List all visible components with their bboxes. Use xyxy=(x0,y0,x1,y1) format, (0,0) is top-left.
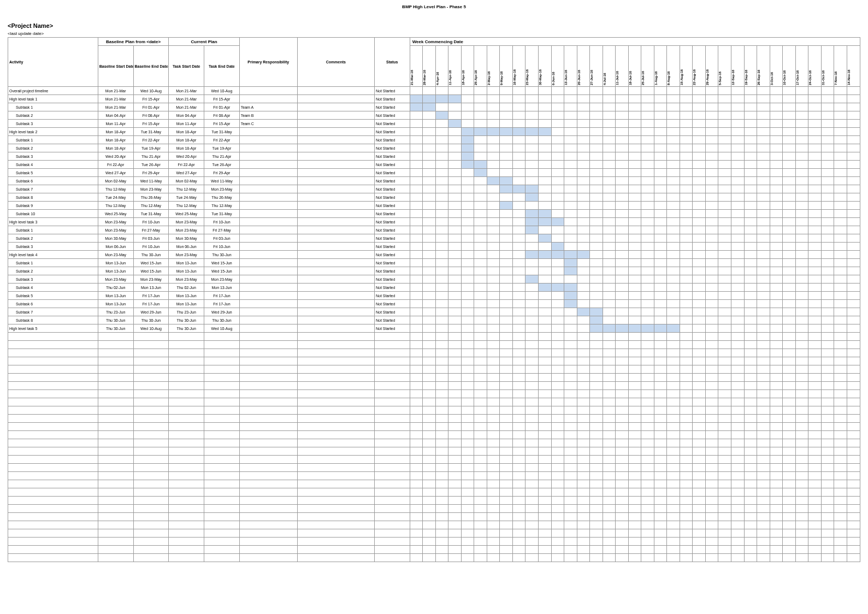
gantt-cell xyxy=(770,87,783,95)
gantt-cell xyxy=(500,120,513,128)
gantt-cell xyxy=(808,193,822,202)
table-row xyxy=(8,505,860,513)
gantt-cell xyxy=(435,513,448,521)
gantt-cell xyxy=(539,177,552,185)
week-header: 11-Jul-16 xyxy=(616,46,629,87)
date-cell: Wed 25-May xyxy=(98,210,133,218)
gantt-cell xyxy=(487,234,500,243)
gantt-cell xyxy=(423,275,436,284)
gantt-bar xyxy=(525,128,538,135)
gantt-cell xyxy=(512,152,525,161)
gantt-cell xyxy=(487,251,500,259)
gantt-cell xyxy=(500,513,513,521)
gantt-cell xyxy=(680,374,693,382)
gantt-cell xyxy=(628,382,641,390)
gantt-cell xyxy=(616,423,629,431)
gantt-cell xyxy=(783,111,796,120)
gantt-cell xyxy=(821,398,834,406)
date-cell xyxy=(169,472,204,480)
gantt-cell xyxy=(693,292,706,300)
week-header: 2-May-16 xyxy=(487,46,500,87)
table-row: High level task 3Mon 23-MayFri 10-JunMon… xyxy=(8,218,860,226)
gantt-cell xyxy=(500,300,513,308)
gantt-cell xyxy=(500,415,513,423)
gantt-cell xyxy=(590,538,603,546)
gantt-cell xyxy=(680,259,693,267)
gantt-bar xyxy=(539,218,551,226)
gantt-bar xyxy=(564,292,577,299)
week-header: 16-May-16 xyxy=(512,46,525,87)
gantt-cell xyxy=(410,259,423,267)
gantt-cell xyxy=(435,284,448,292)
comments-cell xyxy=(297,243,374,251)
gantt-cell xyxy=(603,406,616,415)
gantt-cell xyxy=(564,513,577,521)
gantt-cell xyxy=(423,464,436,472)
gantt-cell xyxy=(693,284,706,292)
gantt-cell xyxy=(834,95,847,103)
gantt-cell xyxy=(474,431,487,439)
gantt-cell xyxy=(834,152,847,161)
gantt-cell xyxy=(667,292,680,300)
gantt-cell xyxy=(423,308,436,316)
gantt-cell xyxy=(795,357,808,365)
gantt-cell xyxy=(744,308,757,316)
gantt-cell xyxy=(616,521,629,529)
table-row: Subtask 10Wed 25-MayTue 31-MayWed 25-May… xyxy=(8,210,860,218)
gantt-cell xyxy=(423,505,436,513)
gantt-cell xyxy=(847,415,860,423)
gantt-cell xyxy=(847,300,860,308)
gantt-cell xyxy=(757,472,770,480)
date-cell xyxy=(133,480,169,488)
gantt-cell xyxy=(577,505,590,513)
date-cell xyxy=(204,349,240,357)
gantt-cell xyxy=(795,202,808,210)
gantt-cell xyxy=(667,300,680,308)
gantt-cell xyxy=(461,275,474,284)
gantt-cell xyxy=(821,349,834,357)
gantt-cell xyxy=(757,423,770,431)
gantt-cell xyxy=(487,87,500,95)
gantt-cell xyxy=(551,103,564,111)
gantt-cell xyxy=(474,275,487,284)
gantt-cell xyxy=(808,300,822,308)
gantt-cell xyxy=(667,374,680,382)
gantt-cell xyxy=(705,546,718,554)
gantt-cell xyxy=(795,300,808,308)
gantt-cell xyxy=(667,349,680,357)
table-row xyxy=(8,546,860,554)
gantt-cell xyxy=(757,218,770,226)
comments-cell xyxy=(297,144,374,152)
gantt-cell xyxy=(577,341,590,349)
gantt-bar xyxy=(500,177,512,185)
date-cell: Tue 24-May xyxy=(169,193,204,202)
gantt-cell xyxy=(512,144,525,152)
date-cell xyxy=(204,390,240,398)
gantt-cell xyxy=(808,488,822,497)
gantt-cell xyxy=(525,480,539,488)
gantt-cell xyxy=(718,275,731,284)
gantt-cell xyxy=(770,554,783,562)
gantt-cell xyxy=(641,374,654,382)
gantt-cell xyxy=(770,357,783,365)
week-header: 27-Jun-16 xyxy=(590,46,603,87)
week-header: 4-Apr-16 xyxy=(435,46,448,87)
activity-cell: Subtask 3 xyxy=(8,275,98,284)
responsibility-cell xyxy=(239,513,297,521)
gantt-cell xyxy=(539,259,552,267)
gantt-cell xyxy=(718,226,731,234)
header-weeks-group: Week Commencing Date xyxy=(410,38,860,46)
gantt-cell xyxy=(564,365,577,374)
gantt-cell xyxy=(731,284,744,292)
gantt-cell xyxy=(667,95,680,103)
gantt-cell xyxy=(641,472,654,480)
gantt-cell xyxy=(783,497,796,505)
gantt-cell xyxy=(603,136,616,144)
comments-cell xyxy=(297,431,374,439)
gantt-cell xyxy=(474,169,487,177)
gantt-cell xyxy=(410,128,423,136)
gantt-cell xyxy=(577,275,590,284)
gantt-cell xyxy=(500,406,513,415)
gantt-cell xyxy=(795,447,808,456)
gantt-cell xyxy=(680,390,693,398)
